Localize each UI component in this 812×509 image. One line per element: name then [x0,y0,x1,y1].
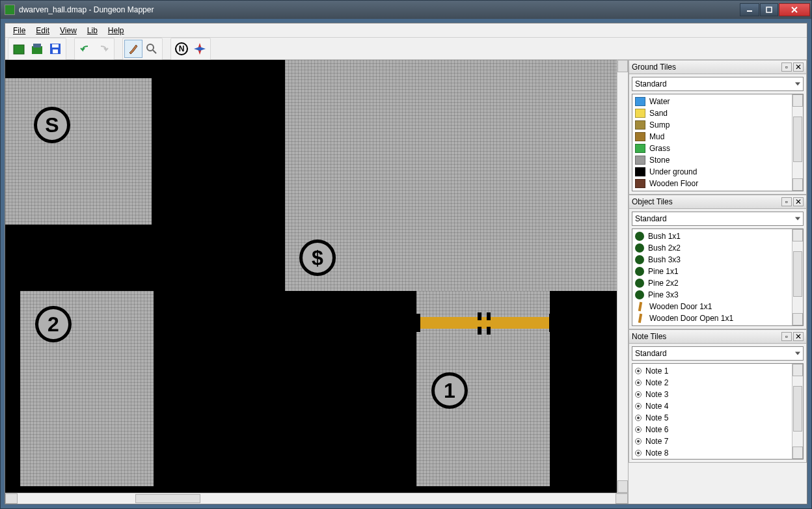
menu-lib[interactable]: Lib [82,25,103,36]
list-scrollbar[interactable] [792,229,803,325]
note-icon [635,438,642,445]
svg-line-3 [792,7,797,12]
panel-header-note[interactable]: Note Tiles ▫ ✕ [629,329,807,344]
compass-toggle-button[interactable] [191,40,209,58]
panel-title: Note Tiles [632,332,666,341]
list-item[interactable]: Grass [632,143,803,154]
marker-treasure[interactable]: $ [299,240,336,276]
panel-close-icon[interactable]: ✕ [793,197,804,206]
list-item[interactable]: Mud [632,131,803,143]
panel-float-icon[interactable]: ▫ [781,332,792,341]
note-icon [635,391,642,398]
color-swatch [635,156,645,165]
list-item[interactable]: Note 8 [632,447,803,459]
menu-file[interactable]: File [8,25,31,36]
note-icon [635,368,642,374]
undo-button[interactable] [76,40,94,58]
list-item[interactable]: Pine 2x2 [632,277,803,289]
bush-icon [635,290,644,299]
menu-help[interactable]: Help [103,25,129,36]
panel-header-ground[interactable]: Ground Tiles ▫ ✕ [629,60,807,74]
svg-text:N: N [179,44,185,53]
object-tiles-list[interactable]: Bush 1x1Bush 2x2Bush 3x3Pine 1x1Pine 2x2… [632,228,804,326]
list-item[interactable]: Bush 2x2 [632,242,803,254]
list-item[interactable]: Pine 3x3 [632,289,803,301]
menu-edit[interactable]: Edit [31,25,55,36]
door-icon [638,314,642,323]
panel-float-icon[interactable]: ▫ [781,62,792,72]
combo-value: Standard [635,349,667,358]
list-item[interactable]: Note 1 [632,365,803,377]
color-swatch [635,144,645,153]
north-toggle-button[interactable]: N [172,40,191,58]
toolbar: N [5,38,807,60]
list-item[interactable]: Bush 3x3 [632,254,803,266]
color-swatch [635,109,645,118]
list-item[interactable]: Pine 1x1 [632,266,803,277]
list-item[interactable]: Wooden Floor [632,178,803,189]
brush-tool-button[interactable] [124,40,142,58]
panel-header-object[interactable]: Object Tiles ▫ ✕ [629,195,807,209]
svg-line-11 [153,50,156,53]
list-item[interactable]: Stone [632,154,803,166]
app-icon [5,5,15,15]
panel-close-icon[interactable]: ✕ [793,332,804,341]
open-map-button[interactable] [28,40,46,58]
marker-start[interactable]: S [34,107,70,143]
list-item[interactable]: Sump [632,119,803,131]
note-set-combo[interactable]: Standard [632,346,804,361]
picker-tool-button[interactable] [142,40,161,58]
map-canvas[interactable]: S $ 2 1 [5,60,617,493]
titlebar[interactable]: dwarven_hall.dmap - Dungeon Mapper [1,1,811,19]
save-map-button[interactable] [46,40,64,58]
list-item[interactable]: Note 3 [632,389,803,400]
list-item[interactable]: Wooden Door Open 1x1 [632,312,803,324]
note-icon [635,450,642,456]
note-tiles-list[interactable]: Note 1Note 2Note 3Note 4Note 5Note 6Note… [632,363,804,460]
bridge-post [416,314,420,332]
list-item-label: Sump [649,120,670,130]
minimize-button[interactable] [740,3,759,16]
bush-icon [635,279,644,288]
list-item-label: Note 3 [645,390,668,399]
list-item-label: Wooden Door 1x1 [649,302,712,311]
list-item[interactable]: Note 5 [632,412,803,424]
list-item[interactable]: Note 6 [632,424,803,435]
list-scrollbar[interactable] [792,364,803,459]
panel-ground-tiles: Ground Tiles ▫ ✕ Standard WaterSandSumpM… [629,60,807,195]
redo-button[interactable] [94,40,113,58]
list-scrollbar[interactable] [792,94,803,191]
list-item[interactable]: Wooden Door 1x1 [632,301,803,312]
svg-rect-9 [53,49,58,53]
close-button[interactable] [779,3,810,16]
object-set-combo[interactable]: Standard [632,212,804,226]
list-item[interactable]: Note 2 [632,377,803,389]
ground-tiles-list[interactable]: WaterSandSumpMudGrassStoneUnder groundWo… [632,94,804,191]
panel-title: Ground Tiles [632,62,676,72]
list-item[interactable]: Water [632,96,803,107]
panel-float-icon[interactable]: ▫ [781,197,792,206]
list-item[interactable]: Under ground [632,166,803,178]
note-icon [635,426,642,433]
list-item[interactable]: Bush 1x1 [632,230,803,242]
list-item-label: Pine 1x1 [648,267,679,276]
list-item[interactable]: Note 7 [632,435,803,447]
canvas-hscroll[interactable] [5,493,628,504]
marker-one[interactable]: 1 [431,372,468,409]
menu-view[interactable]: View [55,25,82,36]
list-item[interactable]: Note 4 [632,400,803,412]
maximize-button[interactable] [760,3,778,16]
marker-two[interactable]: 2 [35,306,72,342]
bush-icon [635,243,644,253]
list-item-label: Bush 2x2 [648,243,681,253]
new-map-button[interactable] [10,40,28,58]
svg-rect-6 [33,44,41,48]
panel-close-icon[interactable]: ✕ [793,62,804,72]
canvas-vscroll[interactable] [617,60,628,493]
list-item-label: Pine 3x3 [648,290,679,299]
list-item-label: Wooden Floor [649,179,698,188]
list-item-label: Note 4 [645,402,668,411]
panel-title: Object Tiles [632,197,673,206]
list-item[interactable]: Sand [632,107,803,119]
ground-set-combo[interactable]: Standard [632,77,804,91]
